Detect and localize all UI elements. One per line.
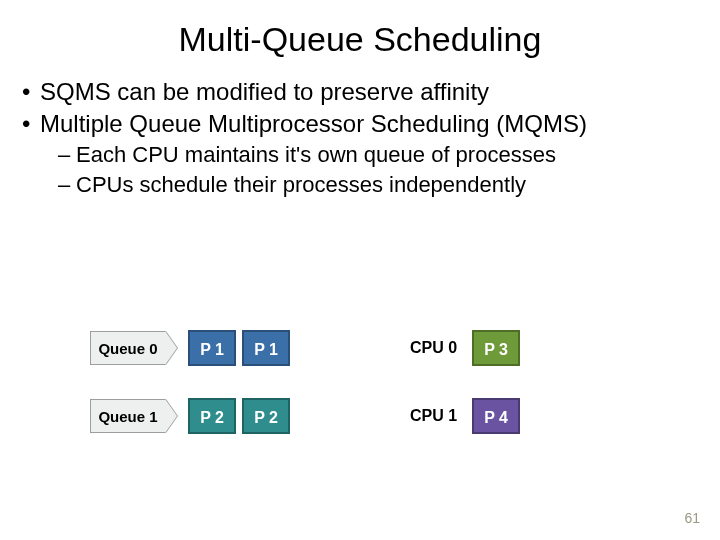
bullet-text: CPUs schedule their processes independen… [76, 171, 526, 199]
cpu-label: CPU 1 [410, 407, 466, 425]
bullet-list: • SQMS can be modified to preserve affin… [0, 77, 720, 198]
mqms-diagram: Queue 0 P 1 P 1 CPU 0 P 3 Queue 1 P 2 P … [0, 328, 720, 464]
bullet-level1: • Multiple Queue Multiprocessor Scheduli… [22, 109, 710, 139]
bullet-level2: – CPUs schedule their processes independ… [22, 171, 710, 199]
bullet-text: Multiple Queue Multiprocessor Scheduling… [40, 109, 587, 139]
bullet-text: SQMS can be modified to preserve affinit… [40, 77, 489, 107]
bullet-dot-icon: • [22, 77, 40, 107]
queue-row: Queue 1 P 2 P 2 CPU 1 P 4 [90, 396, 720, 436]
process-box: P 1 [242, 330, 290, 366]
process-box: P 2 [242, 398, 290, 434]
queue-row: Queue 0 P 1 P 1 CPU 0 P 3 [90, 328, 720, 368]
process-box: P 1 [188, 330, 236, 366]
bullet-dash-icon: – [58, 171, 76, 199]
process-box: P 3 [472, 330, 520, 366]
bullet-dot-icon: • [22, 109, 40, 139]
slide-title: Multi-Queue Scheduling [0, 0, 720, 77]
cpu-label: CPU 0 [410, 339, 466, 357]
bullet-level1: • SQMS can be modified to preserve affin… [22, 77, 710, 107]
bullet-level2: – Each CPU maintains it's own queue of p… [22, 141, 710, 169]
process-box: P 2 [188, 398, 236, 434]
queue-label: Queue 0 [90, 331, 166, 365]
queue-label: Queue 1 [90, 399, 166, 433]
bullet-text: Each CPU maintains it's own queue of pro… [76, 141, 556, 169]
bullet-dash-icon: – [58, 141, 76, 169]
page-number: 61 [684, 510, 700, 526]
process-box: P 4 [472, 398, 520, 434]
